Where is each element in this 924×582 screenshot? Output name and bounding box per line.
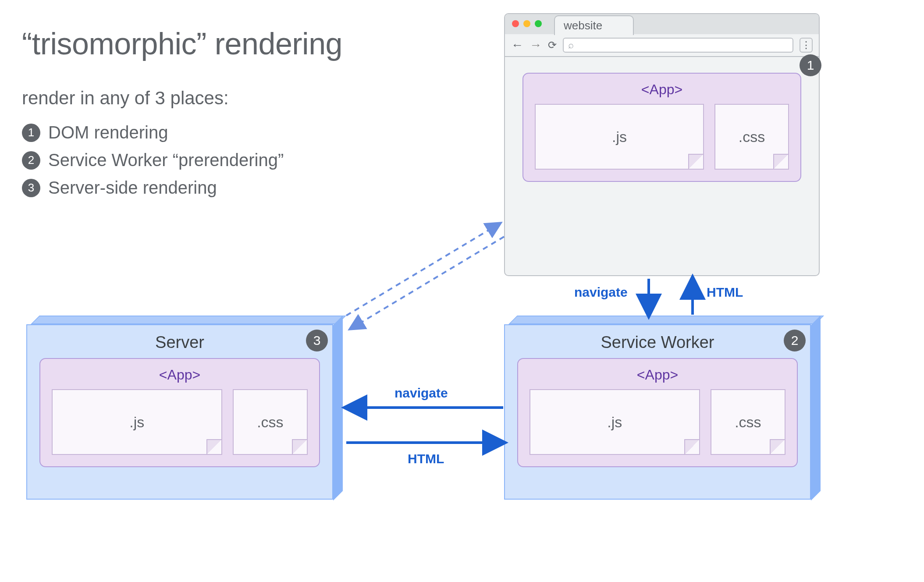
service-worker-box: 2 Service Worker <App> .js .css — [504, 324, 811, 500]
list-bullet-2: 2 — [22, 151, 40, 170]
forward-icon: → — [530, 38, 542, 52]
search-icon: ⌕ — [568, 39, 574, 51]
list-bullet-1: 1 — [22, 124, 40, 142]
server-title: Server — [155, 333, 204, 352]
svg-line-5 — [351, 237, 504, 329]
badge-1: 1 — [800, 54, 821, 76]
browser-toolbar: ← → ⟳ ⌕ ⋮ — [505, 34, 819, 57]
list-item: 2 Service Worker “prerendering” — [22, 150, 284, 170]
minimize-icon — [523, 20, 530, 27]
css-file: .css — [711, 389, 785, 455]
list-text: Service Worker “prerendering” — [48, 150, 284, 170]
list-text: Server-side rendering — [48, 178, 217, 198]
browser-window: website ← → ⟳ ⌕ ⋮ 1 <App> .js .css — [504, 13, 820, 276]
reload-icon: ⟳ — [548, 39, 557, 51]
label-html-up: HTML — [707, 285, 743, 300]
app-panel-server: <App> .js .css — [39, 358, 320, 467]
list-bullet-3: 3 — [22, 179, 40, 197]
svg-line-4 — [346, 224, 500, 316]
js-file: .js — [535, 104, 704, 170]
menu-icon: ⋮ — [800, 38, 813, 53]
app-label: <App> — [637, 367, 678, 383]
css-file: .css — [233, 389, 308, 455]
app-label: <App> — [159, 367, 200, 383]
app-panel-browser: <App> .js .css — [522, 73, 801, 182]
label-html-right: HTML — [408, 451, 444, 466]
diagram-subtitle: render in any of 3 places: — [22, 88, 229, 109]
app-label: <App> — [641, 82, 682, 98]
badge-2: 2 — [784, 330, 806, 351]
app-panel-sw: <App> .js .css — [517, 358, 798, 467]
close-icon — [512, 20, 519, 27]
places-list: 1 DOM rendering 2 Service Worker “preren… — [22, 123, 284, 206]
service-worker-title: Service Worker — [601, 333, 714, 352]
js-file: .js — [52, 389, 222, 455]
maximize-icon — [535, 20, 542, 27]
browser-tab: website — [554, 15, 634, 35]
address-bar: ⌕ — [563, 38, 793, 53]
list-item: 3 Server-side rendering — [22, 178, 284, 198]
server-box: 3 Server <App> .js .css — [26, 324, 333, 500]
back-icon: ← — [511, 38, 523, 52]
list-text: DOM rendering — [48, 123, 168, 142]
diagram-title: “trisomorphic” rendering — [22, 26, 342, 61]
traffic-lights — [512, 20, 542, 27]
js-file: .js — [530, 389, 700, 455]
css-file: .css — [714, 104, 789, 170]
badge-3: 3 — [306, 330, 328, 351]
list-item: 1 DOM rendering — [22, 123, 284, 142]
label-navigate-left: navigate — [394, 386, 448, 401]
label-navigate-down: navigate — [574, 285, 628, 300]
